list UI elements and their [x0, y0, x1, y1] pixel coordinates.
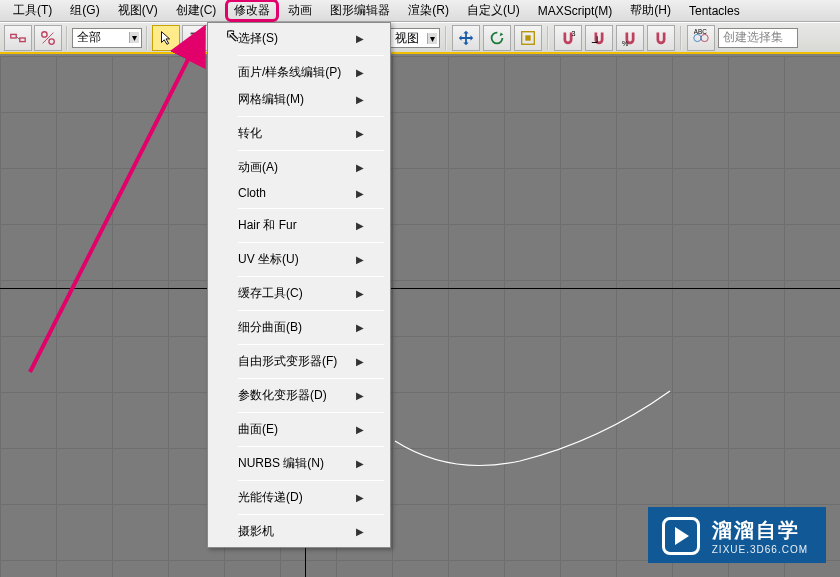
svg-point-14	[694, 34, 701, 41]
spinner-snap-icon	[652, 29, 670, 47]
chevron-right-icon: ▶	[356, 526, 364, 537]
select-rotate-button[interactable]	[483, 25, 511, 51]
menu-render[interactable]: 渲染(R)	[399, 0, 458, 21]
chevron-right-icon: ▶	[356, 94, 364, 105]
chevron-right-icon: ▶	[356, 188, 364, 199]
menu-customize[interactable]: 自定义(U)	[458, 0, 529, 21]
angle-snap-button[interactable]	[585, 25, 613, 51]
menu-graph-editors[interactable]: 图形编辑器	[321, 0, 399, 21]
named-sets-input[interactable]: 创建选择集	[718, 28, 798, 48]
dropdown-separator	[238, 208, 384, 209]
move-icon	[457, 29, 475, 47]
svg-rect-1	[20, 38, 25, 42]
dropdown-separator	[238, 116, 384, 117]
cursor-icon	[157, 29, 175, 47]
dd-free-form-deformers[interactable]: 自由形式变形器(F)▶	[210, 348, 388, 375]
menu-create[interactable]: 创建(C)	[167, 0, 226, 21]
view-combo[interactable]: 视图	[390, 28, 440, 48]
selection-filter-label: 全部	[77, 29, 101, 46]
svg-text:3: 3	[572, 29, 576, 38]
dropdown-separator	[238, 150, 384, 151]
dropdown-separator	[238, 242, 384, 243]
unlink-icon	[39, 29, 57, 47]
viewport-grid	[0, 56, 840, 577]
menu-maxscript[interactable]: MAXScript(M)	[529, 2, 622, 20]
sets-icon: ABC	[692, 29, 710, 47]
dd-cameras[interactable]: 摄影机▶	[210, 518, 388, 545]
dd-conversion[interactable]: 转化▶	[210, 120, 388, 147]
viewport[interactable]	[0, 56, 840, 577]
dd-radiosity[interactable]: 光能传递(D)▶	[210, 484, 388, 511]
dropdown-separator	[238, 55, 384, 56]
select-by-name-button[interactable]	[182, 25, 210, 51]
dropdown-separator	[238, 480, 384, 481]
menu-views[interactable]: 视图(V)	[109, 0, 167, 21]
named-sets-button[interactable]: ABC	[687, 25, 715, 51]
dropdown-separator	[238, 412, 384, 413]
chevron-right-icon: ▶	[356, 356, 364, 367]
select-move-button[interactable]	[452, 25, 480, 51]
dd-patch-spline-editing[interactable]: 面片/样条线编辑(P)▶	[210, 59, 388, 86]
percent-snap-button[interactable]: %	[616, 25, 644, 51]
spinner-snap-button[interactable]	[647, 25, 675, 51]
chevron-right-icon: ▶	[356, 220, 364, 231]
dd-animation[interactable]: 动画(A)▶	[210, 154, 388, 181]
toolbar-separator	[66, 26, 68, 50]
menu-tentacles[interactable]: Tentacles	[680, 2, 749, 20]
menu-animation[interactable]: 动画	[279, 0, 321, 21]
dropdown-separator	[238, 514, 384, 515]
watermark-subtitle: ZIXUE.3D66.COM	[712, 544, 808, 555]
view-combo-label: 视图	[395, 30, 419, 47]
toolbar-separator	[445, 26, 447, 50]
dd-cache-tools[interactable]: 缓存工具(C)▶	[210, 280, 388, 307]
chevron-right-icon: ▶	[356, 492, 364, 503]
modifiers-dropdown: 选择(S)▶ 面片/样条线编辑(P)▶ 网格编辑(M)▶ 转化▶ 动画(A)▶ …	[207, 22, 391, 548]
select-scale-button[interactable]	[514, 25, 542, 51]
dd-parametric-deformers[interactable]: 参数化变形器(D)▶	[210, 382, 388, 409]
menu-modifiers[interactable]: 修改器	[225, 0, 279, 22]
dd-uv-coords[interactable]: UV 坐标(U)▶	[210, 246, 388, 273]
menubar: 工具(T) 组(G) 视图(V) 创建(C) 修改器 动画 图形编辑器 渲染(R…	[0, 0, 840, 22]
dd-cloth[interactable]: Cloth▶	[210, 181, 388, 205]
snap-toggle-button[interactable]: 3	[554, 25, 582, 51]
menu-tools[interactable]: 工具(T)	[4, 0, 61, 21]
dd-selection[interactable]: 选择(S)▶	[210, 25, 388, 52]
unlink-button[interactable]	[34, 25, 62, 51]
svg-rect-11	[525, 35, 530, 40]
dd-nurbs-editing[interactable]: NURBS 编辑(N)▶	[210, 450, 388, 477]
toolbar-separator	[680, 26, 682, 50]
svg-point-15	[701, 34, 708, 41]
dd-mesh-editing[interactable]: 网格编辑(M)▶	[210, 86, 388, 113]
select-object-button[interactable]	[152, 25, 180, 51]
chevron-right-icon: ▶	[356, 254, 364, 265]
dropdown-separator	[238, 344, 384, 345]
dropdown-separator	[238, 276, 384, 277]
chevron-right-icon: ▶	[356, 458, 364, 469]
toolbar-right: 视图 3 % ABC 创建选择集	[390, 22, 798, 54]
link-button[interactable]	[4, 25, 32, 51]
toolbar-separator	[146, 26, 148, 50]
menu-help[interactable]: 帮助(H)	[621, 0, 680, 21]
dd-surface[interactable]: 曲面(E)▶	[210, 416, 388, 443]
chevron-right-icon: ▶	[356, 288, 364, 299]
list-icon	[187, 29, 205, 47]
svg-rect-0	[11, 34, 16, 38]
rotate-icon	[488, 29, 506, 47]
watermark-title: 溜溜自学	[712, 517, 808, 544]
dropdown-separator	[238, 310, 384, 311]
chevron-right-icon: ▶	[356, 128, 364, 139]
dd-subdiv-surfaces[interactable]: 细分曲面(B)▶	[210, 314, 388, 341]
menu-group[interactable]: 组(G)	[61, 0, 108, 21]
dropdown-separator	[238, 446, 384, 447]
chevron-right-icon: ▶	[356, 67, 364, 78]
chevron-right-icon: ▶	[356, 162, 364, 173]
selection-filter-combo[interactable]: 全部	[72, 28, 142, 48]
watermark: 溜溜自学 ZIXUE.3D66.COM	[648, 507, 826, 563]
angle-snap-icon	[590, 29, 608, 47]
percent-snap-icon: %	[621, 29, 639, 47]
dd-hair-fur[interactable]: Hair 和 Fur▶	[210, 212, 388, 239]
dropdown-separator	[238, 378, 384, 379]
chevron-right-icon: ▶	[356, 424, 364, 435]
scale-icon	[519, 29, 537, 47]
svg-line-5	[43, 32, 54, 43]
